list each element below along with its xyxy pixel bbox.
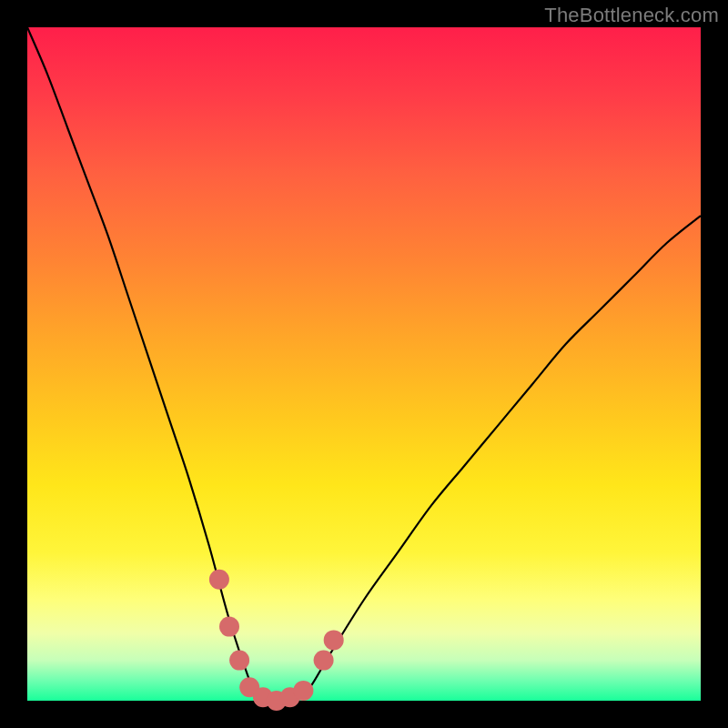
curve-marker xyxy=(229,651,249,671)
curve-marker xyxy=(219,617,239,637)
curve-marker xyxy=(314,651,334,671)
chart-frame: TheBottleneck.com xyxy=(0,0,728,728)
plot-area xyxy=(27,27,701,701)
curve-svg xyxy=(27,27,701,701)
curve-markers xyxy=(209,570,344,711)
watermark-text: TheBottleneck.com xyxy=(544,4,719,27)
curve-marker xyxy=(324,630,344,650)
curve-marker xyxy=(209,570,229,590)
curve-marker xyxy=(293,681,313,701)
bottleneck-curve-path xyxy=(27,27,701,702)
